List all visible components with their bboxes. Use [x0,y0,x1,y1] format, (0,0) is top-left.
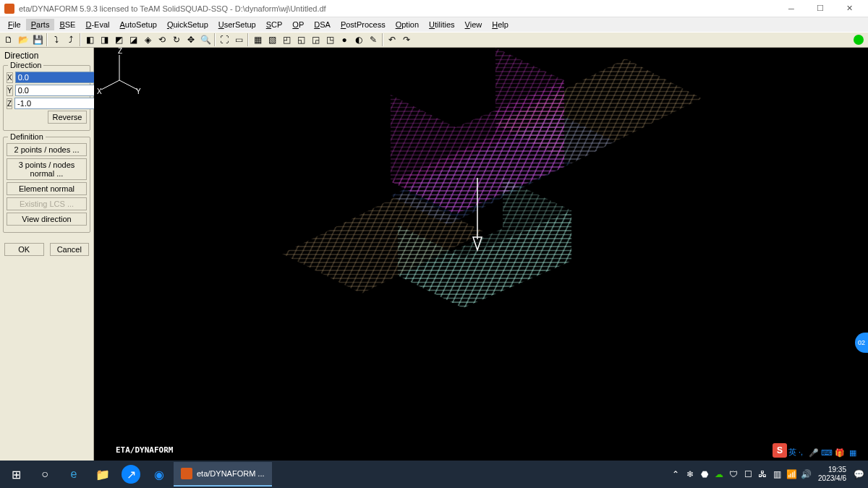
direction-panel: Direction Direction X Y Z Reverse Defini… [0,48,94,461]
menu-quicksetup[interactable]: QuickSetup [162,19,213,30]
svg-line-15 [119,80,137,90]
wire2-icon[interactable]: ▧ [265,33,279,47]
tray-volume-icon[interactable]: 🔊 [801,469,811,479]
cube-icon[interactable]: ◧ [82,33,97,47]
ime-lang-label[interactable]: 英 ·, [788,447,803,458]
taskbar-clock[interactable]: 19:35 2023/4/6 [815,466,849,483]
import-icon[interactable]: ⤵ [49,33,64,47]
view-direction-button[interactable]: View direction [7,213,87,226]
tray-shield-icon[interactable]: 🛡 [728,469,739,479]
box-icon[interactable]: ◰ [279,33,294,47]
close-button[interactable]: ✕ [835,1,864,17]
box4-icon[interactable]: ◳ [323,33,337,47]
ime-toolbar[interactable]: 🎤⌨🎁▦ [809,448,858,458]
menu-usersetup[interactable]: UserSetup [213,19,261,30]
maximize-button[interactable]: ☐ [806,1,835,17]
svg-text:X: X [97,87,102,95]
menu-view[interactable]: View [460,19,488,30]
move-icon[interactable]: ✥ [184,33,198,47]
menu-dsa[interactable]: DSA [309,19,336,30]
svg-text:Z: Z [118,48,122,55]
app-icon [4,4,14,14]
axis-triad-icon: Z X Y [94,48,145,98]
existing-lcs-button: Existing LCS ... [7,197,87,210]
clock-time: 19:35 [818,466,846,474]
menu-bse[interactable]: BSE [54,19,80,30]
app-blue-icon[interactable]: ↗ [122,465,140,484]
tray-network-icon[interactable]: 🖧 [757,469,767,479]
fit-icon[interactable]: ⛶ [217,33,231,47]
ok-button[interactable]: OK [4,243,44,256]
light-icon[interactable]: ◐ [352,33,366,47]
redo-icon[interactable]: ↷ [399,33,414,47]
box3-icon[interactable]: ◲ [308,33,323,47]
definition-group: Definition 2 points / nodes ... 3 points… [3,137,90,233]
window-icon[interactable]: ▭ [231,33,246,47]
explorer-icon[interactable]: 📁 [88,462,117,487]
menu-d-eval[interactable]: D-Eval [80,19,114,30]
tray-app1-icon[interactable]: ❄ [685,469,695,479]
z-label[interactable]: Z [7,98,12,109]
tray-app2-icon[interactable]: ⬣ [699,469,710,479]
start-button[interactable]: ⊞ [1,462,30,487]
minimize-button[interactable]: ─ [777,1,806,17]
shade-icon[interactable]: ● [337,33,352,47]
window-title: eta/DYNAFORM 5.9.3 licensed to TeAM Soli… [19,4,777,13]
status-indicator-icon [854,35,864,45]
edge-icon[interactable]: e [59,462,88,487]
menu-option[interactable]: Option [391,19,424,30]
menu-op[interactable]: OP [287,19,309,30]
open-icon[interactable]: 📂 [16,33,30,47]
cancel-button[interactable]: Cancel [50,243,90,256]
y-label[interactable]: Y [7,85,13,96]
menu-postprocess[interactable]: PostProcess [336,19,391,30]
box2-icon[interactable]: ◱ [294,33,308,47]
direction-group-title: Direction [8,61,43,69]
definition-group-title: Definition [8,132,46,141]
svg-line-14 [101,80,119,90]
cube3-icon[interactable]: ◩ [111,33,126,47]
reverse-button[interactable]: Reverse [48,111,87,124]
tray-wifi-icon[interactable]: 📶 [786,469,796,479]
tray-battery-icon[interactable]: ▥ [772,469,782,479]
direction-group: Direction X Y Z Reverse [3,65,90,131]
search-button[interactable]: ○ [30,462,59,487]
menu-autosetup[interactable]: AutoSetup [114,19,161,30]
iso-icon[interactable]: ◈ [140,33,155,47]
menu-file[interactable]: File [3,19,26,30]
x-label[interactable]: X [7,72,13,83]
save-icon[interactable]: 💾 [30,33,45,47]
menu-utilities[interactable]: Utilities [424,19,459,30]
tray-wechat-icon[interactable]: ☁ [714,469,724,479]
menu-scp[interactable]: SCP [261,19,288,30]
window-titlebar: eta/DYNAFORM 5.9.3 licensed to TeAM Soli… [0,0,868,17]
new-icon[interactable]: 🗋 [1,33,16,47]
toolbar: 🗋 📂 💾 ⤵ ⤴ ◧ ◨ ◩ ◪ ◈ ⟲ ↻ ✥ 🔍 ⛶ ▭ ▦ ▧ ◰ ◱ … [0,32,868,48]
task-label: eta/DYNAFORM ... [197,469,265,478]
undo-icon[interactable]: ↶ [385,33,399,47]
refresh-icon[interactable]: ↻ [169,33,184,47]
tray-chevron-icon[interactable]: ⌃ [671,469,681,479]
pen-icon[interactable]: ✎ [366,33,380,47]
menu-help[interactable]: Help [487,19,514,30]
clock-date: 2023/4/6 [818,474,846,483]
wire-icon[interactable]: ▦ [250,33,265,47]
export-icon[interactable]: ⤴ [64,33,78,47]
svg-text:Y: Y [136,87,141,95]
cube4-icon[interactable]: ◪ [126,33,140,47]
tray-notifications-icon[interactable]: 💬 [854,469,864,479]
task-app-icon [181,468,192,479]
menu-bar: FilePartsBSED-EvalAutoSetupQuickSetupUse… [0,17,868,32]
task-dynaform[interactable]: eta/DYNAFORM ... [174,462,272,487]
rotate-icon[interactable]: ⟲ [155,33,169,47]
cube2-icon[interactable]: ◨ [97,33,111,47]
app-round-icon[interactable]: ◉ [145,462,174,487]
tray-printer-icon[interactable]: ☐ [743,469,753,479]
element-normal-button[interactable]: Element normal [7,182,87,195]
two-points-button[interactable]: 2 points / nodes ... [7,143,87,156]
viewport-3d[interactable]: Z X Y ETA/DYNAFORM 02 [94,48,868,461]
three-points-button[interactable]: 3 points / nodes normal ... [7,158,87,180]
ime-sogou-icon[interactable]: S [773,443,787,458]
zoom-icon[interactable]: 🔍 [198,33,213,47]
menu-parts[interactable]: Parts [26,19,55,30]
